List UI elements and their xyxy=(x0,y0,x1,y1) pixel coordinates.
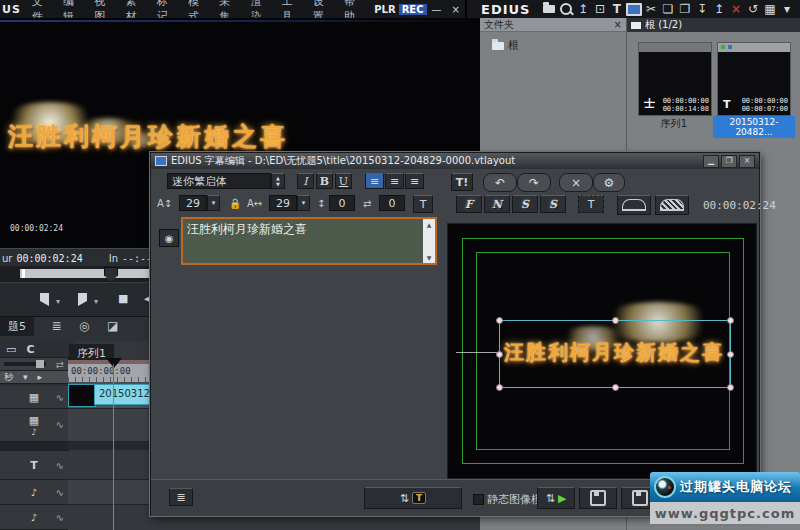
project-tab[interactable]: 题5 xyxy=(0,317,34,336)
set-out-point-icon[interactable] xyxy=(78,293,87,306)
copy-button[interactable]: ❏ xyxy=(659,2,676,16)
entry-scrollbar[interactable]: ▲ ▼ xyxy=(423,219,435,263)
bold-button[interactable]: B xyxy=(316,173,333,189)
snap-magnet-icon[interactable]: C xyxy=(26,343,34,356)
fit-icon[interactable]: ⇄ xyxy=(56,359,64,370)
time-unit-step-icon[interactable]: ▸ xyxy=(38,372,43,382)
add-out-point-button[interactable]: ↥ xyxy=(710,2,727,16)
kerning-field[interactable]: 0 xyxy=(379,195,405,211)
lock-aspect-icon[interactable]: 🔒 xyxy=(229,198,241,209)
font-select[interactable]: 迷你繁启体 xyxy=(167,173,271,189)
folder-tree-item-root[interactable]: 根 xyxy=(492,38,519,53)
audio-track-icon[interactable]: ♪ xyxy=(31,512,37,523)
static-image-mode-checkbox[interactable] xyxy=(473,494,484,505)
patch-icon[interactable]: ∿ xyxy=(56,512,64,523)
text-style-preset-2[interactable]: N xyxy=(484,195,510,213)
canvas-title-text[interactable]: 汪胜利柯月珍新婚之喜 xyxy=(504,339,724,366)
video-track-icon[interactable]: ▦ xyxy=(29,414,39,427)
title-shape-button[interactable] xyxy=(617,195,651,215)
text-tool-button[interactable]: T! xyxy=(451,173,473,191)
font-spinner[interactable]: ▲ ▼ xyxy=(271,173,285,189)
font-size-dropdown-icon[interactable]: ▾ xyxy=(207,195,220,211)
scroll-down-icon[interactable]: ▼ xyxy=(427,254,432,261)
char-width-dropdown-icon[interactable]: ▾ xyxy=(297,195,310,211)
set-in-point-icon[interactable] xyxy=(40,293,49,306)
apply-to-timeline-button[interactable]: ⇅ T xyxy=(364,487,462,509)
clip-label[interactable]: 序列1 xyxy=(630,117,718,131)
capture-button[interactable]: ⊡ xyxy=(591,2,608,16)
redo-button[interactable]: ↷ xyxy=(517,173,551,192)
align-right-button[interactable]: ≡ xyxy=(405,173,424,189)
toolbar-chevron-icon[interactable]: ▾ xyxy=(778,2,795,16)
title-editor-titlebar[interactable]: EDIUS 字幕编辑 - D:\ED\无忧题5\title\20150312-2… xyxy=(151,153,759,169)
resize-handle[interactable] xyxy=(496,384,503,391)
zoom-slider-handle[interactable] xyxy=(36,360,44,368)
playhead-marker[interactable] xyxy=(106,358,122,368)
in-point-dropdown-icon[interactable]: ▾ xyxy=(56,297,60,306)
seek-handle[interactable] xyxy=(104,267,118,282)
font-size-field[interactable]: 29 xyxy=(179,195,207,211)
resize-handle[interactable] xyxy=(727,384,734,391)
track-layout-icon[interactable]: ▭ xyxy=(6,343,16,356)
title-shape-hatched-button[interactable] xyxy=(655,195,689,215)
italic-button[interactable]: I xyxy=(297,173,314,189)
delete-button[interactable]: × xyxy=(727,2,744,16)
patch-icon[interactable]: ∿ xyxy=(56,487,64,498)
text-frame-button[interactable]: T xyxy=(578,195,604,213)
patch-icon[interactable]: ∿ xyxy=(56,392,64,403)
transition-icon[interactable]: ◪ xyxy=(107,319,118,333)
audio-track-icon[interactable]: ♪ xyxy=(31,427,37,437)
close-icon[interactable]: × xyxy=(739,155,755,168)
underline-button[interactable]: U xyxy=(335,173,352,189)
paste-button[interactable]: ❐ xyxy=(676,2,693,16)
create-title-button[interactable]: T xyxy=(608,2,625,16)
delete-object-button[interactable]: × xyxy=(559,173,593,192)
align-left-button[interactable]: ≡ xyxy=(365,173,384,189)
resize-handle[interactable] xyxy=(727,317,734,324)
align-center-button[interactable]: ≡ xyxy=(385,173,404,189)
title-track-icon[interactable]: T xyxy=(30,459,38,472)
spin-down-icon[interactable]: ▼ xyxy=(276,181,280,187)
open-folder-button[interactable] xyxy=(540,2,557,16)
save-button[interactable] xyxy=(579,487,617,509)
maximize-icon[interactable]: ❐ xyxy=(721,155,737,168)
text-box-button[interactable]: T xyxy=(413,195,433,213)
resize-handle[interactable] xyxy=(727,351,734,358)
resize-handle[interactable] xyxy=(496,351,503,358)
close-button[interactable]: × xyxy=(447,4,465,15)
text-entry-field[interactable]: 汪胜利柯月珍新婚之喜 xyxy=(183,219,425,263)
title-canvas[interactable]: 汪胜利柯月珍新婚之喜 xyxy=(447,223,757,479)
patch-icon[interactable]: ∿ xyxy=(56,419,64,430)
char-width-field[interactable]: 29 xyxy=(269,195,297,211)
undo-button[interactable]: ↶ xyxy=(483,173,517,192)
text-style-preset-4[interactable]: S xyxy=(540,195,566,213)
text-style-preset-3[interactable]: S xyxy=(512,195,538,213)
scroll-up-icon[interactable]: ▲ xyxy=(427,221,432,228)
properties-wrench-button[interactable]: ⚙ xyxy=(593,173,625,192)
track-mixer-icon[interactable]: ≣ xyxy=(52,319,62,333)
import-button[interactable]: ↥ xyxy=(574,2,591,16)
search-button[interactable] xyxy=(557,2,574,16)
minimize-button[interactable]: — xyxy=(427,4,447,15)
patch-icon[interactable]: ∿ xyxy=(56,460,64,471)
minimize-icon[interactable]: ▁ xyxy=(703,155,719,168)
video-track-icon[interactable]: ▦ xyxy=(29,391,39,404)
monitor-button[interactable] xyxy=(625,2,642,16)
sync-button[interactable]: ↺ xyxy=(744,2,761,16)
line-spacing-field[interactable]: 0 xyxy=(329,195,355,211)
resize-handle[interactable] xyxy=(612,317,619,324)
bin-clip-sequence[interactable]: 士 00:00:00:00 00:00:14:08 xyxy=(638,42,712,116)
clip-thumbnail[interactable] xyxy=(68,384,96,407)
out-point-dropdown-icon[interactable]: ▾ xyxy=(94,297,98,306)
text-style-preset-1[interactable]: F xyxy=(456,195,482,213)
layout-grid-button[interactable]: ▦ xyxy=(761,2,778,16)
cut-button[interactable]: ✂ xyxy=(642,2,659,16)
text-selection-box[interactable]: 汪胜利柯月珍新婚之喜 xyxy=(499,320,731,388)
apply-and-play-button[interactable]: ⇅ ▶ xyxy=(537,487,575,509)
clip-label-selected[interactable]: 20150312-20482... xyxy=(713,116,795,138)
snapshot-icon[interactable]: ◎ xyxy=(79,319,89,333)
resize-handle[interactable] xyxy=(496,317,503,324)
time-unit-dropdown-icon[interactable]: ▾ xyxy=(23,372,28,382)
style-list-button[interactable]: ≣ xyxy=(169,488,193,506)
close-icon[interactable]: × xyxy=(614,19,622,30)
